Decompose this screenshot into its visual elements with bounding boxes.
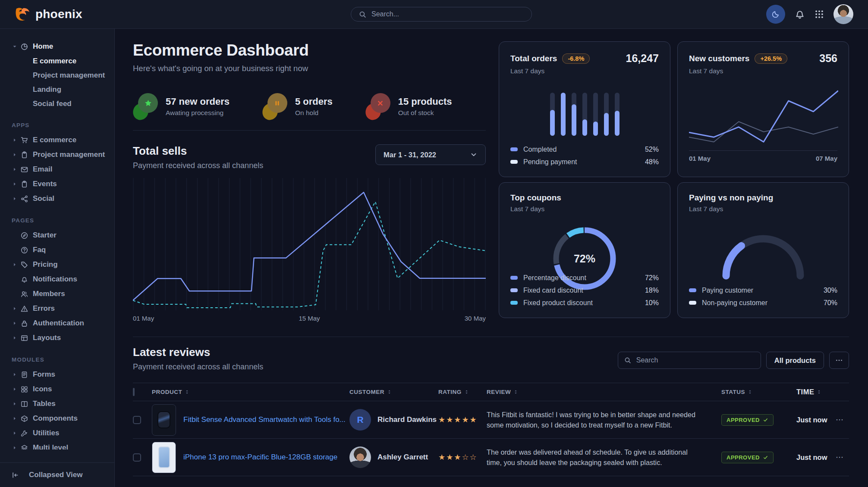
legend-label: Percentage discount [523, 274, 586, 282]
row-checkbox-cell [133, 416, 152, 424]
sidebar-item-home[interactable]: Home [0, 39, 114, 54]
navbar-search-input[interactable] [371, 10, 524, 18]
sidebar-item-pricing[interactable]: Pricing [0, 257, 114, 272]
sidebar-item-faq[interactable]: Faq [0, 243, 114, 257]
cart-icon [21, 137, 28, 144]
sort-header-time[interactable]: TIME [796, 388, 830, 396]
stat-text: 5 ordersOn hold [295, 96, 333, 117]
sidebar-item-label: Layouts [33, 334, 61, 342]
caret-right-icon [12, 430, 18, 436]
sort-header-rating[interactable]: RATING [438, 389, 487, 395]
product-link[interactable]: iPhone 13 pro max-Pacific Blue-128GB sto… [183, 453, 337, 462]
sidebar-item-label: Authentication [33, 319, 84, 328]
sidebar-item-label: Social [33, 194, 54, 203]
stat-value: 57 new orders [166, 96, 230, 107]
sort-header-customer[interactable]: CUSTOMER [349, 389, 438, 395]
main-content: Ecommerce Dashboard Here's what's going … [115, 29, 868, 487]
sidebar-item-starter[interactable]: Starter [0, 228, 114, 243]
row-menu-button[interactable]: ⋯ [830, 453, 849, 462]
product-link[interactable]: Fitbit Sense Advanced Smartwatch with To… [183, 415, 346, 425]
sort-header-product[interactable]: PRODUCT [152, 389, 349, 395]
sidebar-item-utilities[interactable]: Utilities [0, 426, 114, 440]
sidebar-item-label: E commerce [33, 136, 76, 144]
sidebar-item-errors[interactable]: Errors [0, 301, 114, 316]
caret-right-icon [12, 181, 18, 187]
search-icon [359, 11, 366, 18]
x-icon [376, 99, 384, 107]
total-sells-chart [133, 178, 486, 310]
wrench-icon [21, 430, 28, 437]
select-all-checkbox[interactable] [133, 388, 135, 396]
collapse-sidebar-button[interactable]: Collapsed View [0, 462, 114, 487]
sidebar-item-email[interactable]: Email [0, 162, 114, 177]
stat-sublabel: Awating processing [166, 109, 230, 117]
product-thumbnail-iphone [152, 442, 176, 473]
table-row: Fitbit Sense Advanced Smartwatch with To… [133, 401, 849, 438]
sort-icon [513, 389, 519, 395]
product-cell [152, 485, 349, 487]
reviews-search-input[interactable] [636, 356, 755, 364]
sidebar-item-icons[interactable]: Icons [0, 382, 114, 396]
reviews-more-button[interactable] [829, 352, 849, 369]
customer-cell: RRichard Dawkins [349, 409, 438, 431]
row-menu-button[interactable]: ⋯ [830, 415, 849, 425]
header-cell-time: TIME [780, 388, 830, 396]
card-period: Last 7 days [689, 205, 837, 213]
card-period: Last 7 days [689, 67, 837, 75]
stat-57-new-orders: 57 new ordersAwating processing [133, 93, 230, 120]
notifications-button[interactable] [795, 9, 805, 19]
date-range-select[interactable]: Mar 1 - 31, 2022 [375, 144, 486, 165]
sort-header-review[interactable]: REVIEW [487, 389, 717, 395]
apps-menu-button[interactable] [815, 9, 824, 19]
brand[interactable]: phoenix [15, 7, 82, 22]
row-checkbox[interactable] [133, 416, 141, 424]
sort-header-status[interactable]: STATUS [721, 389, 780, 395]
pause-icon [273, 99, 281, 107]
sidebar-item-social-feed[interactable]: Social feed [0, 97, 114, 111]
sidebar-item-components[interactable]: Components [0, 411, 114, 426]
order-bar [572, 93, 576, 136]
sidebar-item-tables[interactable]: Tables [0, 396, 114, 411]
sidebar-item-authentication[interactable]: Authentication [0, 316, 114, 331]
compass-icon [21, 232, 28, 239]
navbar-search[interactable] [351, 7, 532, 22]
card-period: Last 7 days [510, 205, 659, 213]
sidebar-item-social[interactable]: Social [0, 191, 114, 206]
sidebar-item-forms[interactable]: Forms [0, 367, 114, 382]
row-checkbox[interactable] [133, 453, 141, 462]
customer-name[interactable]: Ashley Garrett [377, 453, 428, 462]
reviews-search[interactable] [618, 352, 761, 369]
orders-bar-chart [499, 90, 670, 136]
sidebar-item-layouts[interactable]: Layouts [0, 331, 114, 345]
sidebar-item-e-commerce[interactable]: E commerce [0, 133, 114, 147]
card-value: 356 [819, 52, 837, 65]
sort-icon [387, 389, 392, 395]
axis-tick: 07 May [816, 155, 837, 162]
user-avatar[interactable] [833, 4, 853, 24]
new-customers-card: New customers +26.5% 356 Last 7 days 01 … [677, 41, 849, 177]
theme-toggle-button[interactable] [766, 5, 785, 24]
legend-value: 70% [824, 299, 837, 307]
trend-badge: +26.5% [755, 53, 787, 64]
sidebar-item-multi-level[interactable]: Multi level [0, 440, 114, 450]
total-sells-subtitle: Payment received across all channels [133, 161, 263, 170]
legend-label: Pending payment [523, 158, 577, 166]
moon-icon [771, 10, 780, 19]
collapse-label: Collapsed View [29, 471, 82, 479]
customer-avatar: R [349, 409, 371, 431]
stat-sublabel: On hold [295, 109, 333, 117]
legend-swatch [510, 301, 518, 305]
product-cell: Fitbit Sense Advanced Smartwatch with To… [152, 404, 349, 436]
caret-right-icon [12, 137, 18, 143]
all-products-filter-button[interactable]: All products [766, 352, 824, 369]
sidebar-item-members[interactable]: Members [0, 287, 114, 301]
stat-5-orders: 5 ordersOn hold [262, 93, 333, 120]
sidebar-item-events[interactable]: Events [0, 177, 114, 191]
stat-sublabel: Out of stock [398, 109, 452, 117]
sidebar-item-project-management[interactable]: Project management [0, 68, 114, 82]
sidebar-item-project-management[interactable]: Project management [0, 147, 114, 162]
customer-name[interactable]: Richard Dawkins [377, 415, 437, 424]
sidebar-item-notifications[interactable]: Notifications [0, 272, 114, 287]
sidebar-item-e-commerce[interactable]: E commerce [0, 54, 114, 68]
sidebar-item-landing[interactable]: Landing [0, 82, 114, 97]
